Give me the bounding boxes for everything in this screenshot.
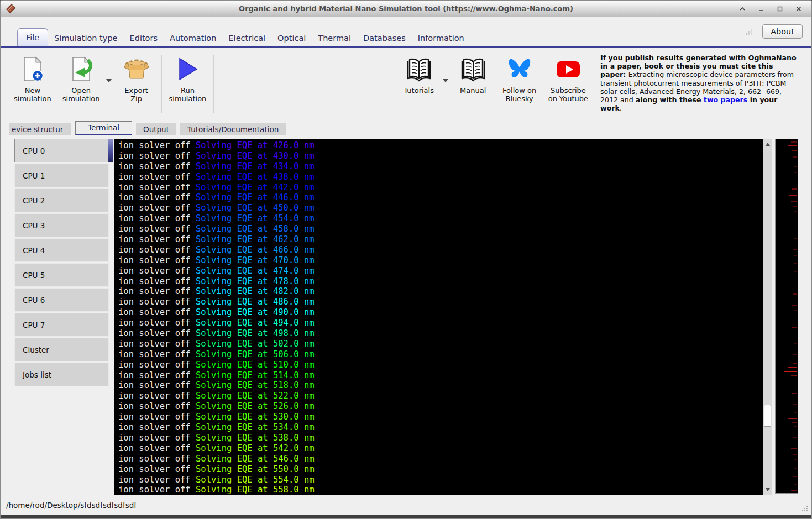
terminal-line: ion solver off Solving EQE at 542.0 nm (118, 443, 763, 454)
menu-tab-information[interactable]: Information (412, 29, 470, 48)
terminal-line-message: Solving EQE at 470.0 nm (196, 255, 315, 265)
subscribe-youtube-button[interactable]: Subscribeon Youtube (543, 53, 594, 116)
export-zip-button[interactable]: ExportZip (113, 53, 160, 116)
terminal-line-prefix: ion solver off (118, 161, 196, 171)
maximize-button[interactable] (776, 5, 784, 13)
toolbar-button-label: Follow onBluesky (502, 86, 536, 103)
terminal-line-prefix: ion solver off (118, 391, 196, 401)
toolbar-button-label: Tutorials (404, 86, 434, 95)
sidebar-item-cpu-1[interactable]: CPU 1 (14, 164, 109, 187)
activity-mark (794, 343, 797, 344)
sidebar-item-jobs-list[interactable]: Jobs list (14, 363, 109, 386)
ribbon-toolbar: NewsimulationOpensimulationExportZipRuns… (1, 48, 811, 116)
activity-mark (794, 310, 797, 311)
window-bottom-frame (1, 515, 811, 519)
activity-mark (794, 426, 797, 427)
menu-tab-databases[interactable]: Databases (357, 29, 412, 48)
titlebar[interactable]: Organic and hybrid Material Nano Simulat… (1, 1, 811, 17)
terminal-line-message: Solving EQE at 494.0 nm (196, 318, 315, 328)
terminal-line: ion solver off Solving EQE at 482.0 nm (118, 286, 763, 297)
terminal-line-message: Solving EQE at 538.0 nm (196, 433, 315, 443)
sidebar-item-label: CPU 5 (23, 271, 45, 280)
scroll-up-button[interactable] (763, 140, 772, 149)
menu-tab-thermal[interactable]: Thermal (312, 29, 357, 48)
terminal-line: ion solver off Solving EQE at 510.0 nm (118, 360, 763, 370)
sidebar-item-cpu-2[interactable]: CPU 2 (14, 188, 109, 212)
terminal-line-message: Solving EQE at 478.0 nm (196, 276, 315, 286)
terminal-line-message: Solving EQE at 454.0 nm (196, 213, 315, 223)
terminal-line-prefix: ion solver off (118, 328, 196, 338)
menu-tab-file[interactable]: File (17, 28, 48, 48)
sidebar-item-cpu-3[interactable]: CPU 3 (14, 213, 109, 237)
terminal-panel: ion solver off Solving EQE at 426.0 nmio… (114, 139, 772, 495)
app-logo-icon (6, 3, 16, 14)
sidebar-item-cpu-6[interactable]: CPU 6 (14, 288, 109, 312)
activity-mark (788, 367, 797, 368)
terminal-line: ion solver off Solving EQE at 538.0 nm (118, 433, 763, 443)
terminal-line-message: Solving EQE at 450.0 nm (196, 203, 315, 213)
terminal-line-prefix: ion solver off (118, 224, 196, 234)
dropdown-arrow-icon[interactable] (106, 79, 112, 82)
tab-terminal[interactable]: Terminal (75, 121, 132, 135)
terminal-line: ion solver off Solving EQE at 546.0 nm (118, 454, 763, 464)
terminal-line-prefix: ion solver off (118, 192, 196, 202)
terminal-line-prefix: ion solver off (118, 286, 196, 296)
main-content: CPU 0CPU 1CPU 2CPU 3CPU 4CPU 5CPU 6CPU 7… (1, 138, 811, 496)
shade-button[interactable] (738, 5, 746, 13)
terminal-line-message: Solving EQE at 558.0 nm (196, 485, 315, 495)
toolbar-button-label: Subscribeon Youtube (548, 86, 588, 103)
sidebar-item-cpu-4[interactable]: CPU 4 (14, 238, 109, 262)
open-simulation-button[interactable]: Opensimulation (57, 53, 106, 116)
sidebar-item-cpu-0[interactable]: CPU 0 (14, 139, 109, 162)
sidebar-item-cpu-7[interactable]: CPU 7 (14, 313, 109, 337)
sidebar-item-label: CPU 6 (23, 296, 45, 305)
tab-tutorials-documentation[interactable]: Tutorials/Documentation (180, 123, 286, 135)
terminal-line-message: Solving EQE at 542.0 nm (196, 443, 315, 453)
new-simulation-button[interactable]: Newsimulation (8, 53, 57, 116)
menu-tab-automation[interactable]: Automation (164, 29, 222, 48)
terminal-line-prefix: ion solver off (118, 297, 196, 307)
about-button[interactable]: About (762, 24, 803, 39)
activity-mark (791, 375, 797, 376)
sidebar-item-cpu-5[interactable]: CPU 5 (14, 263, 109, 287)
terminal-line: ion solver off Solving EQE at 486.0 nm (118, 297, 763, 307)
terminal-line-message: Solving EQE at 522.0 nm (196, 391, 315, 401)
scroll-down-button[interactable] (763, 485, 772, 494)
menu-tab-simulation-type[interactable]: Simulation type (48, 29, 123, 48)
two-papers-link[interactable]: two papers (704, 96, 747, 104)
terminal-line: ion solver off Solving EQE at 434.0 nm (118, 161, 763, 172)
sidebar-item-label: CPU 0 (23, 146, 45, 155)
book-icon (406, 56, 432, 82)
close-button[interactable] (795, 5, 803, 13)
terminal-scrollbar[interactable] (763, 139, 772, 495)
terminal-line: ion solver off Solving EQE at 442.0 nm (118, 182, 763, 193)
label-line: New (14, 86, 51, 95)
activity-mark (792, 150, 797, 151)
menu-tab-optical[interactable]: Optical (271, 29, 312, 48)
resize-grip[interactable] (801, 505, 808, 512)
tab-output[interactable]: Output (136, 123, 176, 135)
terminal-line-message: Solving EQE at 526.0 nm (196, 401, 315, 411)
sidebar-item-cluster[interactable]: Cluster (14, 338, 109, 361)
tutorials-button[interactable]: Tutorials (396, 53, 442, 116)
tab-evice-structur[interactable]: evice structur (9, 123, 71, 135)
run-simulation-button[interactable]: Runsimulation (164, 53, 212, 116)
sidebar-item-label: CPU 7 (23, 321, 45, 329)
menu-tab-editors[interactable]: Editors (124, 29, 164, 48)
minimize-button[interactable] (757, 5, 765, 13)
terminal-output[interactable]: ion solver off Solving EQE at 426.0 nmio… (114, 139, 763, 495)
terminal-line-message: Solving EQE at 510.0 nm (196, 360, 315, 370)
scrollbar-thumb[interactable] (764, 405, 771, 427)
manual-button[interactable]: Manual (450, 53, 496, 116)
menubar: FileSimulation typeEditorsAutomationElec… (1, 17, 811, 48)
terminal-line: ion solver off Solving EQE at 470.0 nm (118, 255, 763, 266)
toolbar-button-label: Manual (460, 86, 486, 95)
terminal-line-prefix: ion solver off (118, 401, 196, 411)
menu-tab-electrical[interactable]: Electrical (222, 29, 271, 48)
terminal-line: ion solver off Solving EQE at 446.0 nm (118, 192, 763, 203)
terminal-line-message: Solving EQE at 546.0 nm (196, 454, 315, 464)
follow-bluesky-button[interactable]: Follow onBluesky (496, 53, 543, 116)
dropdown-arrow-icon[interactable] (443, 79, 448, 82)
activity-mark (791, 201, 797, 202)
citation-bold-pre: along with these (636, 96, 704, 104)
